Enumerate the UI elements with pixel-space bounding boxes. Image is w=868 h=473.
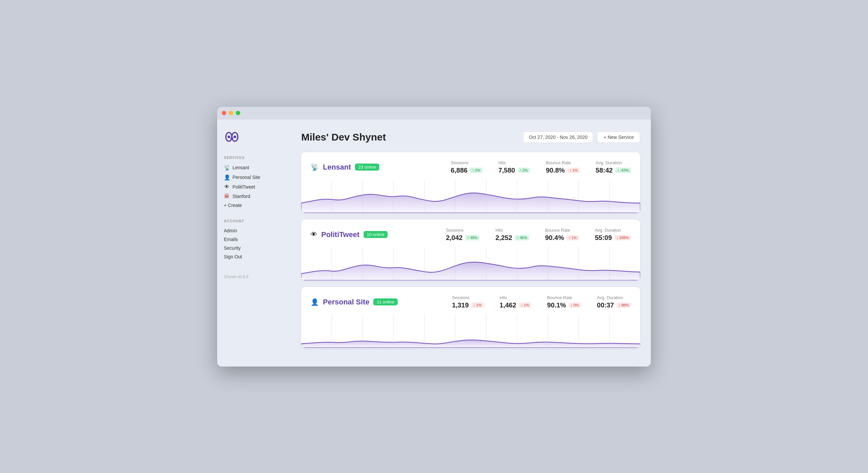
sessions-stat: Sessions 6,886 ↑ 2% — [451, 160, 483, 174]
avg-duration-badge: ↓ 208% — [615, 235, 631, 240]
polititweet-icon: 👁 — [224, 184, 230, 190]
personal-site-icon: 👤 — [224, 174, 230, 181]
emails-link[interactable]: Emails — [224, 235, 284, 244]
minimize-button[interactable] — [229, 111, 233, 115]
lensant-icon: 📡 — [224, 165, 230, 171]
service-icon: 📡 — [311, 163, 319, 171]
hits-stat: Hits 1,462 ↓ 1% — [500, 295, 531, 309]
sessions-badge: ↑ 48% — [465, 235, 480, 240]
card-title-row[interactable]: 👤 Personal Site 11 online — [311, 298, 398, 306]
sessions-label: Sessions — [451, 160, 483, 165]
online-badge: 10 online — [364, 231, 388, 238]
avg-duration-stat: Avg. Duration 55:09 ↓ 208% — [595, 228, 631, 242]
sidebar-item-label: Lensant — [232, 165, 249, 170]
sessions-value: 2,042 — [446, 234, 463, 242]
new-service-button[interactable]: + New Service — [597, 131, 640, 143]
sessions-badge: ↓ 1% — [471, 302, 484, 308]
hits-badge: ↑ 2% — [518, 168, 530, 173]
avg-duration-value: 55:09 — [595, 234, 612, 242]
avg-duration-label: Avg. Duration — [595, 228, 631, 233]
chart-svg — [301, 247, 640, 280]
chart-area — [301, 315, 640, 348]
stanford-icon: 🏛 — [224, 193, 230, 199]
sessions-label: Sessions — [446, 228, 480, 233]
hits-stat: Hits 7,580 ↑ 2% — [498, 160, 530, 174]
sidebar-item-personal-site[interactable]: 👤 Personal Site — [224, 173, 284, 182]
bounce-rate-label: Bounce Rate — [545, 228, 579, 233]
header-actions: Oct 27, 2020 - Nov 26, 2020 + New Servic… — [523, 131, 640, 143]
hits-label: Hits — [500, 295, 531, 300]
card-title-row[interactable]: 👁 PolitiTweet 10 online — [311, 230, 388, 239]
service-icon: 👤 — [311, 298, 319, 306]
sessions-value: 6,886 — [451, 167, 467, 174]
maximize-button[interactable] — [236, 111, 240, 115]
sessions-stat: Sessions 1,319 ↓ 1% — [452, 295, 484, 309]
sessions-badge: ↑ 2% — [470, 168, 482, 173]
service-name: Lensant — [323, 163, 351, 172]
card-title-row[interactable]: 📡 Lensant 23 online — [311, 163, 379, 172]
chart-svg — [301, 180, 640, 213]
bounce-rate-stat: Bounce Rate 90.1% ↓ 0% — [547, 295, 581, 309]
card-header: 📡 Lensant 23 online Sessions 6,886 ↑ 2% … — [311, 160, 631, 174]
avg-duration-badge: ↑ -43% — [616, 168, 631, 173]
hits-label: Hits — [498, 160, 530, 165]
app-window: SERVICES 📡 Lensant 👤 Personal Site 👁 Pol… — [217, 107, 651, 366]
admin-link[interactable]: Admin — [224, 226, 284, 235]
avg-duration-label: Avg. Duration — [597, 295, 631, 300]
sessions-label: Sessions — [452, 295, 484, 300]
main-content: Miles' Dev Shynet Oct 27, 2020 - Nov 26,… — [290, 119, 651, 366]
sessions-stat: Sessions 2,042 ↑ 48% — [446, 228, 480, 242]
svg-point-3 — [227, 136, 230, 138]
avg-duration-stat: Avg. Duration 58:42 ↑ -43% — [596, 160, 631, 174]
bounce-rate-stat: Bounce Rate 90.8% ↑ 1% — [546, 160, 580, 174]
version-label: Shynet v0.6.9 — [224, 274, 284, 279]
sidebar-item-polititweet[interactable]: 👁 PolitiTweet — [224, 182, 284, 191]
sidebar-item-label: Stanford — [232, 194, 250, 199]
bounce-rate-value: 90.8% — [546, 167, 565, 174]
sidebar-item-label: PolitiTweet — [232, 184, 255, 189]
sidebar-item-stanford[interactable]: 🏛 Stanford — [224, 191, 284, 201]
svg-point-4 — [234, 136, 236, 138]
app-logo — [224, 129, 284, 145]
card-stats: Sessions 6,886 ↑ 2% Hits 7,580 ↑ 2% Boun… — [451, 160, 631, 174]
hits-label: Hits — [495, 228, 529, 233]
avg-duration-value: 58:42 — [596, 167, 613, 174]
card-header: 👤 Personal Site 11 online Sessions 1,319… — [311, 295, 631, 309]
security-link[interactable]: Security — [224, 244, 284, 253]
card-header: 👁 PolitiTweet 10 online Sessions 2,042 ↑… — [311, 228, 631, 242]
sidebar-item-label: Personal Site — [232, 175, 260, 180]
main-header: Miles' Dev Shynet Oct 27, 2020 - Nov 26,… — [301, 131, 640, 143]
sign-out-link[interactable]: Sign Out — [224, 253, 284, 261]
service-cards-container: 📡 Lensant 23 online Sessions 6,886 ↑ 2% … — [301, 152, 640, 348]
avg-duration-label: Avg. Duration — [596, 160, 631, 165]
avg-duration-stat: Avg. Duration 00:37 ↓ 88% — [597, 295, 631, 309]
chart-svg — [301, 315, 640, 348]
hits-value: 1,462 — [500, 301, 517, 309]
bounce-rate-badge: ↓ 0% — [569, 302, 581, 308]
chart-area — [301, 247, 640, 280]
card-stats: Sessions 2,042 ↑ 48% Hits 2,252 ↑ 46% Bo… — [446, 228, 631, 242]
account-section-label: ACCOUNT — [224, 219, 284, 223]
bounce-rate-value: 90.4% — [545, 234, 564, 242]
service-icon: 👁 — [311, 231, 317, 238]
bounce-rate-value: 90.1% — [547, 301, 566, 309]
sidebar-item-lensant[interactable]: 📡 Lensant — [224, 163, 284, 173]
service-name: Personal Site — [323, 298, 369, 306]
create-service-link[interactable]: + Create — [224, 201, 284, 210]
service-name: PolitiTweet — [321, 230, 360, 239]
hits-value: 2,252 — [495, 234, 512, 242]
bounce-rate-stat: Bounce Rate 90.4% ↑ 1% — [545, 228, 579, 242]
online-badge: 11 online — [373, 298, 398, 305]
hits-badge: ↑ 46% — [515, 235, 529, 240]
close-button[interactable] — [222, 111, 226, 115]
service-card-lensant: 📡 Lensant 23 online Sessions 6,886 ↑ 2% … — [301, 152, 640, 213]
date-range-picker[interactable]: Oct 27, 2020 - Nov 26, 2020 — [523, 131, 593, 143]
hits-stat: Hits 2,252 ↑ 46% — [495, 228, 529, 242]
bounce-rate-label: Bounce Rate — [546, 160, 580, 165]
service-card-personal-site: 👤 Personal Site 11 online Sessions 1,319… — [301, 287, 640, 348]
page-title: Miles' Dev Shynet — [301, 131, 386, 143]
service-card-polititweet: 👁 PolitiTweet 10 online Sessions 2,042 ↑… — [301, 219, 640, 280]
sidebar: SERVICES 📡 Lensant 👤 Personal Site 👁 Pol… — [217, 119, 290, 366]
bounce-rate-badge: ↑ 1% — [567, 168, 580, 173]
card-stats: Sessions 1,319 ↓ 1% Hits 1,462 ↓ 1% Boun… — [452, 295, 631, 309]
